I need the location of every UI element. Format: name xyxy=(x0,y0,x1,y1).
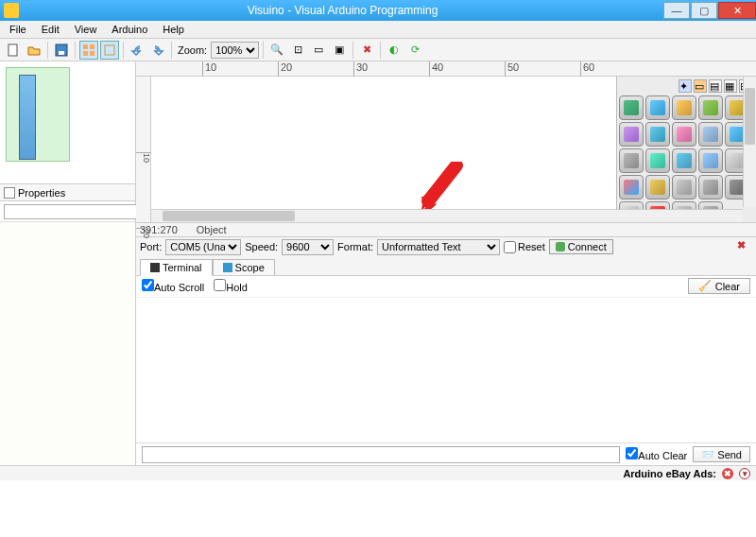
center-area: 10 20 30 40 50 60 10 20 xyxy=(136,61,756,465)
toolbox-category-gates[interactable] xyxy=(672,95,696,120)
toolbox-category-converters[interactable] xyxy=(619,122,644,147)
menu-bar: File Edit View Arduino Help xyxy=(0,21,756,39)
close-serial-button[interactable]: ✖ xyxy=(737,239,752,254)
overview-component xyxy=(19,75,36,160)
properties-body xyxy=(0,222,135,465)
toolbox-category-color[interactable] xyxy=(619,175,644,199)
open-button[interactable] xyxy=(25,41,43,60)
svg-rect-4 xyxy=(90,44,94,49)
canvas-hscroll[interactable] xyxy=(151,209,743,222)
snap-button[interactable] xyxy=(100,41,119,60)
toolbox-category-analog[interactable] xyxy=(645,148,670,173)
toolbox-category-integer[interactable] xyxy=(645,122,670,147)
toolbox-btn-3[interactable]: ▤ xyxy=(709,79,722,93)
autoclear-label: Auto Clear xyxy=(638,450,687,461)
undo-button[interactable] xyxy=(128,41,146,60)
menu-file[interactable]: File xyxy=(4,22,32,37)
speed-label: Speed: xyxy=(245,241,278,252)
overview-panel[interactable] xyxy=(0,61,135,184)
toolbox-category-generators[interactable] xyxy=(672,175,696,199)
port-select[interactable]: COM5 (Unava xyxy=(165,239,241,255)
menu-view[interactable]: View xyxy=(69,22,103,37)
toolbox-category-filters[interactable] xyxy=(698,175,723,199)
zoom-area-icon: ▣ xyxy=(335,43,344,56)
grid-button[interactable] xyxy=(79,41,98,60)
window-title: Visuino - Visual Arduino Programming xyxy=(23,4,662,17)
send-button[interactable]: 📨Send xyxy=(693,446,750,462)
properties-pin-icon[interactable] xyxy=(4,187,15,199)
reset-checkbox[interactable] xyxy=(504,241,516,253)
toolbox-category-data-sources[interactable] xyxy=(619,95,644,120)
toolbox-category-memory[interactable] xyxy=(698,95,723,120)
upload-button[interactable]: ⟳ xyxy=(405,41,424,60)
ads-expand-icon[interactable]: ▾ xyxy=(739,468,750,479)
footer-bar: Arduino eBay Ads: ✖ ▾ xyxy=(0,465,756,480)
left-panel: Properties 📁 📂 ▦ 📌 xyxy=(0,61,136,465)
properties-toolbar: 📁 📂 ▦ 📌 xyxy=(0,201,135,222)
menu-arduino[interactable]: Arduino xyxy=(106,22,153,37)
serial-config-row: Port: COM5 (Unava Speed: 9600 Format: Un… xyxy=(136,236,756,257)
upload-icon: ⟳ xyxy=(411,43,420,56)
toolbox-btn-2[interactable]: ▭ xyxy=(694,79,707,93)
connect-button[interactable]: Connect xyxy=(549,239,613,254)
toolbox-btn-4[interactable]: ▦ xyxy=(724,79,737,93)
svg-rect-9 xyxy=(223,263,232,272)
toolbox-category-unsigned[interactable] xyxy=(619,148,644,173)
delete-button[interactable]: ✖ xyxy=(357,41,376,60)
autoscroll-label: Auto Scroll xyxy=(154,282,204,293)
profile-icon: ◐ xyxy=(389,43,399,56)
zoom-actual-button[interactable]: ▭ xyxy=(309,41,328,60)
terminal-output xyxy=(136,297,756,443)
send-icon: 📨 xyxy=(701,448,714,460)
svg-rect-8 xyxy=(150,263,160,272)
redo-button[interactable] xyxy=(148,41,167,60)
properties-filter-input[interactable] xyxy=(4,204,140,219)
speed-select[interactable]: 9600 xyxy=(282,239,334,255)
zoom-label: Zoom: xyxy=(178,44,207,56)
design-canvas[interactable]: Arduino Uno Serial[0]InOutSendingDigital… xyxy=(151,77,756,222)
zoom-fit-button[interactable]: ⊡ xyxy=(288,41,307,60)
ads-label: Arduino eBay Ads: xyxy=(623,468,716,479)
save-button[interactable] xyxy=(52,41,71,60)
svg-rect-5 xyxy=(83,51,88,56)
canvas-vscroll[interactable] xyxy=(743,77,756,207)
menu-help[interactable]: Help xyxy=(157,22,190,37)
toolbox-category-math[interactable] xyxy=(645,95,670,120)
zoom-area-button[interactable]: ▣ xyxy=(330,41,349,60)
properties-header: Properties xyxy=(0,184,135,201)
hold-checkbox[interactable] xyxy=(214,279,226,291)
toolbox-category-synchro[interactable] xyxy=(672,148,696,173)
tab-scope[interactable]: Scope xyxy=(213,259,275,275)
toolbox-category-binary[interactable] xyxy=(672,122,696,147)
clear-button[interactable]: 🧹Clear xyxy=(688,278,750,294)
serial-tabs: Terminal Scope xyxy=(136,257,756,276)
toolbox-category-datetime[interactable] xyxy=(645,175,670,199)
ruler-vertical: 10 20 xyxy=(136,77,151,222)
hold-label: Hold xyxy=(226,282,248,293)
port-label: Port: xyxy=(140,241,162,252)
toolbox-btn-1[interactable]: ✦ xyxy=(679,79,692,93)
zoom-in-button[interactable]: 🔍 xyxy=(267,41,286,60)
zoom-fit-icon: ⊡ xyxy=(294,43,302,56)
maximize-button[interactable]: ▢ xyxy=(691,2,717,19)
toolbox-category-complex[interactable] xyxy=(698,122,723,147)
toolbox-category-digital[interactable] xyxy=(698,148,723,173)
component-toolbox: ✦ ▭ ▤ ▦ ⊞ xyxy=(616,77,756,222)
title-bar: Visuino - Visual Arduino Programming — ▢… xyxy=(0,0,756,21)
format-select[interactable]: Unformatted Text xyxy=(377,239,500,255)
profile-button[interactable]: ◐ xyxy=(385,41,404,60)
autoclear-checkbox[interactable] xyxy=(626,447,638,459)
autoscroll-checkbox[interactable] xyxy=(142,279,154,291)
tab-terminal[interactable]: Terminal xyxy=(140,259,213,276)
send-input[interactable] xyxy=(142,446,620,463)
zoom-select[interactable]: 50%75%100%150%200% xyxy=(211,42,259,59)
overview-viewport[interactable] xyxy=(6,67,70,162)
menu-edit[interactable]: Edit xyxy=(36,22,65,37)
svg-rect-0 xyxy=(9,44,17,56)
new-button[interactable] xyxy=(4,41,23,60)
close-button[interactable]: ✕ xyxy=(718,2,756,19)
minimize-button[interactable]: — xyxy=(663,2,690,19)
svg-rect-6 xyxy=(90,51,94,56)
zoom-in-icon: 🔍 xyxy=(270,43,284,56)
ads-close-icon[interactable]: ✖ xyxy=(722,468,733,479)
